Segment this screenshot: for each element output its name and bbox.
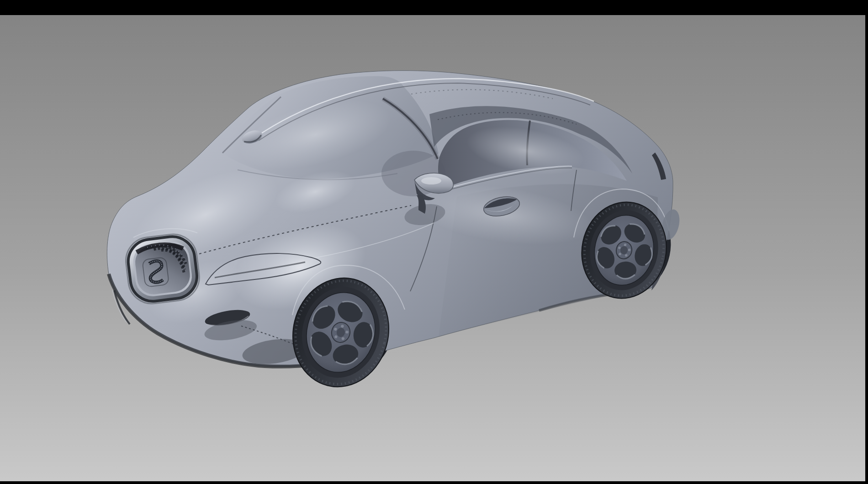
screenshot-stage — [0, 0, 868, 484]
viewport-3d-render — [0, 0, 868, 484]
right-letterbox-edge — [865, 0, 868, 484]
mirror-gloss — [421, 177, 441, 184]
bottom-letterbox-edge — [0, 481, 868, 484]
top-letterbox-bar — [0, 0, 868, 15]
